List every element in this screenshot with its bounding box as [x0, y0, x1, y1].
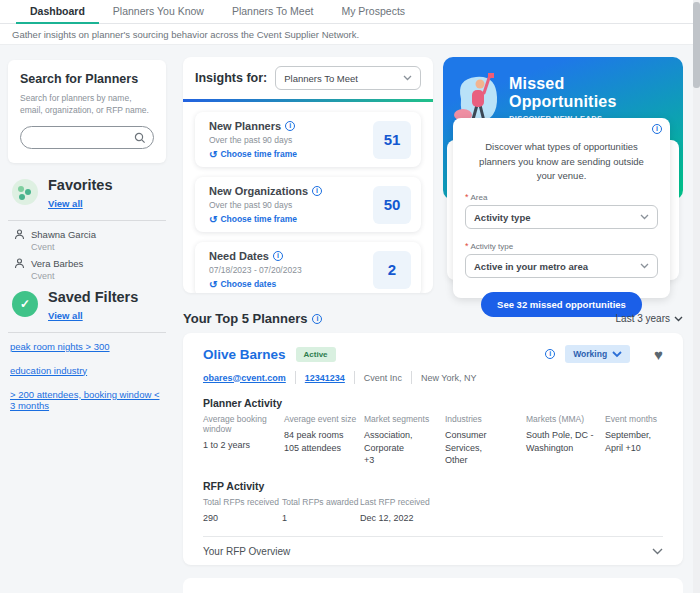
- rfp-column: Last RFP receivedDec 12, 2022: [360, 497, 663, 525]
- info-icon[interactable]: i: [312, 186, 322, 196]
- stat-value: 51: [373, 121, 411, 159]
- favorites-view-all-link[interactable]: View all: [48, 198, 83, 209]
- saved-filters-view-all-link[interactable]: View all: [48, 310, 83, 321]
- info-icon[interactable]: i: [652, 124, 662, 134]
- search-card-description: Search for planners by name, email, orga…: [20, 92, 154, 117]
- saved-filter-link[interactable]: > 200 attendees, booking window < 3 mont…: [10, 389, 166, 411]
- top-planners-title: Your Top 5 Planners: [183, 311, 307, 326]
- activity-column: Average booking window1 to 2 years: [203, 414, 282, 467]
- info-icon[interactable]: i: [545, 349, 555, 359]
- gradient-divider: [183, 99, 433, 102]
- working-status-label: Working: [573, 349, 607, 359]
- chevron-down-icon: [652, 548, 663, 555]
- column-label: Total RFPs received: [203, 497, 282, 507]
- planner-location: New York, NY: [421, 373, 477, 383]
- planner-phone-link[interactable]: 12341234: [305, 373, 345, 383]
- rfp-column: Total RFPs awarded1: [282, 497, 360, 525]
- column-label: Last RFP received: [360, 497, 663, 507]
- favorite-org: Cvent: [31, 242, 166, 252]
- stat-action-label: Choose time frame: [220, 149, 297, 159]
- area-select[interactable]: Activity type: [465, 205, 658, 229]
- tab-planners-you-know[interactable]: Planners You Know: [99, 0, 218, 23]
- column-label: Industries: [445, 414, 524, 424]
- search-icon[interactable]: [134, 130, 146, 148]
- column-value: Association, Corporate: [364, 429, 443, 454]
- saved-filters-header: ✓ Saved Filters View all: [8, 289, 166, 323]
- column-value: Consumer Services,: [445, 429, 524, 454]
- planner-email-link[interactable]: obares@cvent.com: [203, 373, 286, 383]
- activity-column: Market segmentsAssociation, Corporate+3: [364, 414, 443, 467]
- column-value: +3: [364, 454, 443, 467]
- rfp-overview-accordion[interactable]: Your RFP Overview: [203, 536, 663, 565]
- saved-filter-link[interactable]: peak room nights > 300: [10, 341, 166, 352]
- saved-filter-link[interactable]: education industry: [10, 365, 166, 376]
- stat-subtitle: 07/18/2023 - 07/20/2023: [209, 265, 302, 275]
- chevron-down-icon: [640, 263, 649, 269]
- planner-card: Olive Barnes Active i Working ♥ obares@c…: [183, 333, 683, 565]
- info-icon[interactable]: i: [285, 121, 295, 131]
- time-range-dropdown[interactable]: Last 3 years: [616, 313, 683, 324]
- activity-column: Average event size84 peak rooms105 atten…: [284, 414, 362, 467]
- working-status-dropdown[interactable]: Working: [565, 345, 630, 363]
- stat-value: 50: [373, 186, 411, 224]
- choose-time-frame-link[interactable]: ↺Choose time frame: [209, 149, 297, 159]
- chevron-down-icon: [403, 75, 412, 81]
- planner-activity-title: Planner Activity: [203, 397, 663, 409]
- column-label: Markets (MMA): [526, 414, 603, 424]
- column-value: 105 attendees: [284, 442, 362, 455]
- column-value: 290: [203, 512, 282, 525]
- activity-type-select[interactable]: Active in your metro area: [465, 254, 658, 278]
- rfp-column: Total RFPs received290: [203, 497, 282, 525]
- page-scrollbar[interactable]: [693, 0, 700, 593]
- column-value: Dec 12, 2022: [360, 512, 663, 525]
- info-icon[interactable]: i: [273, 251, 283, 261]
- person-icon: [14, 229, 25, 240]
- stat-title: New Organizations: [209, 185, 308, 197]
- choose-time-frame-link[interactable]: ↺Choose time frame: [209, 214, 322, 224]
- activity-column: IndustriesConsumer Services,Other: [445, 414, 524, 467]
- favorite-item[interactable]: Shawna Garcia: [14, 229, 166, 240]
- scrollbar-thumb[interactable]: [693, 2, 700, 88]
- divider: [354, 371, 355, 384]
- activity-type-selected-value: Active in your metro area: [474, 261, 588, 272]
- favorite-name: Vera Barbes: [31, 258, 83, 269]
- favorite-heart-icon[interactable]: ♥: [654, 346, 663, 363]
- tab-planners-to-meet[interactable]: Planners To Meet: [218, 0, 328, 23]
- rfp-activity-title: RFP Activity: [203, 480, 663, 492]
- column-label: Event months: [605, 414, 663, 424]
- favorites-group-icon: [12, 179, 38, 205]
- stat-action-label: Choose time frame: [220, 214, 297, 224]
- accordion-label: Your RFP Overview: [203, 546, 290, 557]
- history-icon: ↺: [209, 280, 217, 289]
- page-subtitle: Gather insights on planner's sourcing be…: [0, 24, 700, 45]
- column-label: Market segments: [364, 414, 443, 424]
- activity-type-field-label: Activity type: [471, 242, 514, 251]
- person-icon: [14, 258, 25, 269]
- active-status-badge: Active: [296, 347, 336, 362]
- missed-opportunities-title: Missed Opportunities: [509, 75, 675, 111]
- next-planner-card-partial: [183, 578, 683, 593]
- divider: [8, 332, 166, 333]
- planner-company: Cvent Inc: [364, 373, 402, 383]
- column-value: 1 to 2 years: [203, 439, 282, 452]
- tab-my-prospects[interactable]: My Prospects: [327, 0, 419, 23]
- area-field-label: Area: [471, 193, 488, 202]
- favorites-header: Favorites View all: [8, 177, 166, 211]
- need-dates-card: Need Datesi 07/18/2023 - 07/20/2023 ↺Cho…: [195, 242, 421, 293]
- info-icon[interactable]: i: [312, 314, 322, 324]
- time-range-label: Last 3 years: [616, 313, 670, 324]
- column-value: Other: [445, 454, 524, 467]
- column-value: 84 peak rooms: [284, 429, 362, 442]
- stat-title: Need Dates: [209, 250, 269, 262]
- divider: [8, 220, 166, 221]
- insights-audience-select[interactable]: Planners To Meet: [275, 66, 421, 90]
- planner-name-link[interactable]: Olive Barnes: [203, 347, 286, 362]
- check-circle-icon: ✓: [12, 291, 38, 317]
- area-selected-value: Activity type: [474, 212, 531, 223]
- insights-panel: Insights for: Planners To Meet New Plann…: [183, 57, 433, 293]
- favorite-item[interactable]: Vera Barbes: [14, 258, 166, 269]
- column-label: Average event size: [284, 414, 362, 424]
- tab-dashboard[interactable]: Dashboard: [16, 0, 99, 23]
- choose-dates-link[interactable]: ↺Choose dates: [209, 279, 302, 289]
- chevron-down-icon: [612, 351, 622, 358]
